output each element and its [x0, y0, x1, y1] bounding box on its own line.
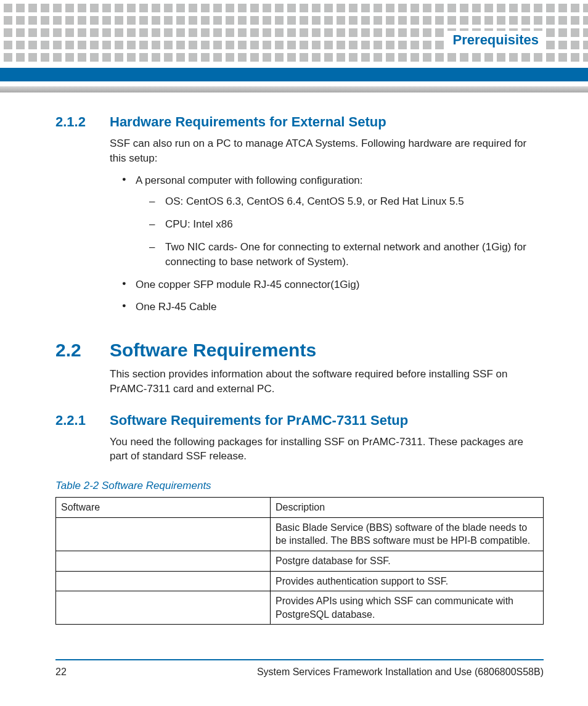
- table-cell: Basic Blade Service (BBS) software of th…: [271, 517, 544, 551]
- table-cell: Provides authentication support to SSF.: [271, 571, 544, 591]
- table-row: Postgre database for SSF.: [56, 551, 544, 572]
- software-requirements-table: Software Description Basic Blade Service…: [55, 497, 544, 625]
- page-content: 2.1.2 Hardware Requirements for External…: [55, 114, 544, 625]
- table-cell: [56, 551, 271, 572]
- section-title: Software Requirements for PrAMC-7311 Set…: [110, 413, 408, 429]
- paragraph: SSF can also run on a PC to manage ATCA …: [110, 136, 544, 166]
- section-title: Software Requirements: [110, 340, 316, 361]
- header-grey-bar: [0, 86, 588, 92]
- table-row: Basic Blade Service (BBS) software of th…: [56, 517, 544, 551]
- heading-2-1-2: 2.1.2 Hardware Requirements for External…: [55, 114, 544, 130]
- heading-2-2: 2.2 Software Requirements: [55, 340, 544, 361]
- table-cell: [56, 571, 271, 591]
- table-cell: [56, 591, 271, 625]
- document-title: System Services Framework Installation a…: [257, 667, 544, 678]
- chapter-title: Prerequisites: [444, 31, 544, 49]
- page-number: 22: [55, 667, 67, 678]
- section-title: Hardware Requirements for External Setup: [110, 114, 386, 130]
- list-item: A personal computer with following confi…: [122, 173, 544, 270]
- page-footer: 22 System Services Framework Installatio…: [55, 659, 544, 678]
- heading-2-2-1: 2.2.1 Software Requirements for PrAMC-73…: [55, 413, 544, 429]
- list-item: CPU: Intel x86: [149, 217, 544, 232]
- table-header: Software: [56, 498, 271, 518]
- table-cell: Postgre database for SSF.: [271, 551, 544, 572]
- table-caption: Table 2-2 Software Requirements: [55, 480, 544, 492]
- table-header: Description: [271, 498, 544, 518]
- list-item: One RJ-45 Cable: [122, 300, 544, 315]
- header-blue-bar: [0, 68, 588, 81]
- table-cell: [56, 517, 271, 551]
- list-item: OS: CentOS 6.3, CentOS 6.4, CentOS 5.9, …: [149, 194, 544, 210]
- table-header-row: Software Description: [56, 498, 544, 518]
- table-cell: Provides APIs using which SSF can commun…: [271, 591, 544, 625]
- dash-list: OS: CentOS 6.3, CentOS 6.4, CentOS 5.9, …: [149, 194, 544, 270]
- list-item: Two NIC cards- One for connecting to ext…: [149, 240, 544, 270]
- bullet-list: A personal computer with following confi…: [122, 173, 544, 315]
- list-item: One copper SFP module RJ-45 connector(1G…: [122, 277, 544, 293]
- list-item-text: A personal computer with following confi…: [136, 174, 363, 186]
- section-number: 2.1.2: [55, 114, 110, 130]
- paragraph: This section provides information about …: [110, 367, 544, 396]
- table-row: Provides authentication support to SSF.: [56, 571, 544, 591]
- section-number: 2.2: [55, 340, 110, 361]
- paragraph: You need the following packages for inst…: [110, 435, 544, 464]
- table-row: Provides APIs using which SSF can commun…: [56, 591, 544, 625]
- section-number: 2.2.1: [55, 413, 110, 429]
